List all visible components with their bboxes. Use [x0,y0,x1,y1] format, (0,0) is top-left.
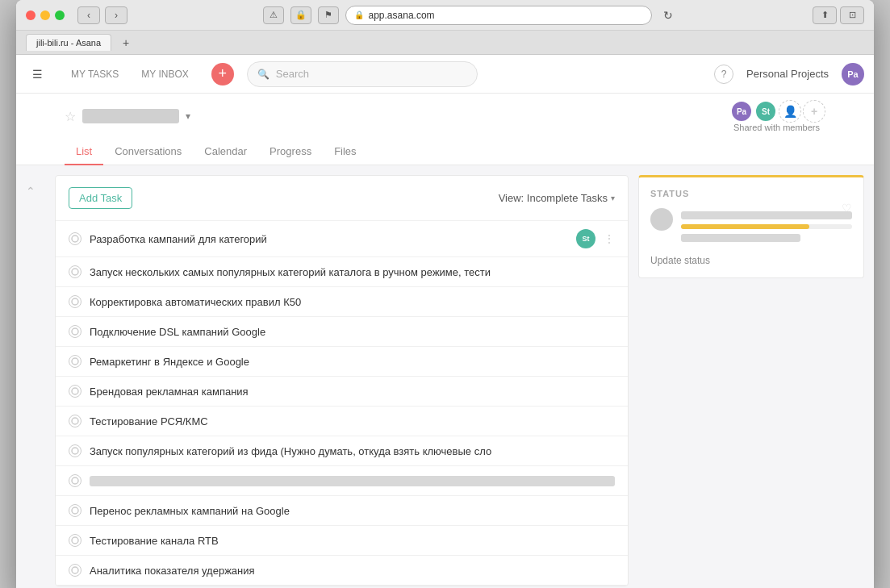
status-content: ♡ [650,208,852,247]
back-button[interactable]: ‹ [77,6,100,24]
task-row[interactable]: Перенос рекламных кампаний на Google [56,496,628,526]
task-text-blurred [90,476,615,486]
view-selector[interactable]: View: Incomplete Tasks ▾ [499,192,615,204]
nav-buttons: ‹ › [77,6,127,24]
task-text: Запуск нескольких самых популярных катег… [90,266,615,278]
app-window: ‹ › ⚠ 🔒 ⚑ 🔒 app.asana.com ↻ ⬆ ⊡ jili-bil… [16,0,874,588]
tabs-bar: List Conversations Calendar Progress Fil… [16,139,874,165]
task-checkbox[interactable] [69,474,81,487]
update-status-button[interactable]: Update status [650,255,852,266]
help-button[interactable]: ? [714,65,733,84]
task-checkbox[interactable] [69,355,81,368]
hamburger-button[interactable]: ☰ [26,63,48,85]
tab-list[interactable]: List [65,139,103,165]
tab-conversations[interactable]: Conversations [103,139,193,165]
url-bar[interactable]: 🔒 app.asana.com [345,6,652,25]
svg-point-0 [72,236,78,242]
new-tab-button[interactable]: + [118,35,134,51]
task-text: Брендовая рекламная кампания [90,386,615,398]
task-row[interactable]: Тестирование канала RTВ [56,526,628,556]
task-row[interactable]: Аналитика показателя удержания [56,556,628,586]
tab-calendar[interactable]: Calendar [193,139,258,165]
drag-handle: ⋮ [604,232,615,245]
member-avatar-st[interactable]: St [754,100,777,123]
task-checkbox[interactable] [69,325,81,338]
share-icon[interactable]: ⚠ [263,6,284,24]
svg-point-4 [72,358,78,365]
svg-point-5 [72,388,78,394]
search-bar[interactable]: 🔍 Search [247,61,478,87]
svg-point-9 [72,507,78,514]
maximize-button[interactable] [55,10,65,20]
task-text: Тестирование канала RTВ [90,535,615,547]
window-actions: ⬆ ⊡ [813,6,864,24]
star-icon[interactable]: ☆ [65,109,76,124]
task-row[interactable]: Брендовая рекламная кампания [56,377,628,407]
sidebar-toggle: ⌃ [16,165,45,588]
personal-projects-button[interactable]: Personal Projects [746,68,829,80]
task-checkbox[interactable] [69,564,81,577]
task-row[interactable]: Запуск нескольких самых популярных катег… [56,257,628,287]
task-row[interactable]: Разработка кампаний для категорий St ⋮ [56,221,628,257]
minimize-button[interactable] [40,10,50,20]
close-button[interactable] [26,10,36,20]
svg-point-10 [72,537,78,544]
status-text-line1 [681,211,852,219]
flag-icon[interactable]: ⚑ [318,6,339,24]
member-avatar-pa[interactable]: Pa [730,100,753,123]
status-card: STATUS ♡ [638,175,864,278]
task-text: Корректировка автоматических правил К50 [90,296,615,308]
lock-icon: 🔒 [354,10,364,19]
fullscreen-button[interactable]: ⊡ [840,6,864,24]
task-list: Разработка кампаний для категорий St ⋮ З… [56,221,628,586]
task-text: Перенос рекламных кампаний на Google [90,505,615,517]
forward-button[interactable]: › [105,6,127,24]
task-row[interactable]: Корректировка автоматических правил К50 [56,287,628,317]
reload-button[interactable]: ↻ [658,6,678,24]
url-bar-container: ⚠ 🔒 ⚑ 🔒 app.asana.com ↻ [127,6,813,25]
heart-icon[interactable]: ♡ [842,202,852,215]
project-title [82,109,179,123]
status-avatar [650,208,673,231]
status-text-line2 [681,234,800,242]
user-avatar[interactable]: Pa [842,63,864,85]
svg-point-3 [72,328,78,335]
invite-button[interactable]: + [803,100,825,123]
tab-files[interactable]: Files [323,139,367,165]
task-checkbox[interactable] [69,265,81,278]
tab-progress[interactable]: Progress [258,139,323,165]
members-section: Pa St 👤 + Shared with members [730,100,825,132]
task-text: Тестирование РСЯ/КМС [90,415,615,427]
task-checkbox[interactable] [69,415,81,427]
status-body: ♡ [681,208,852,247]
task-row[interactable]: Тестирование РСЯ/КМС [56,407,628,436]
header-nav: MY TASKS MY INBOX [61,65,198,83]
browser-tab-active[interactable]: jili-bili.ru - Asana [26,34,111,51]
add-member-button[interactable]: 👤 [779,100,801,123]
task-checkbox[interactable] [69,534,81,547]
task-checkbox[interactable] [69,385,81,398]
task-row[interactable]: Ремаркетинг в Яндексе и Google [56,347,628,377]
project-title-area: ☆ ▾ [65,109,190,124]
add-fab-button[interactable]: + [211,63,234,85]
task-checkbox[interactable] [69,295,81,308]
task-row[interactable]: Запуск популярных категорий из фида (Нуж… [56,436,628,466]
svg-point-6 [72,418,78,424]
task-checkbox[interactable] [69,232,81,245]
task-checkbox[interactable] [69,504,81,517]
task-assignee: St [576,229,595,248]
lock-nav-icon[interactable]: 🔒 [290,6,311,24]
collapse-sidebar-button[interactable]: ⌃ [23,181,39,201]
task-row[interactable]: Подключение DSL кампаний Google [56,317,628,347]
task-text: Ремаркетинг в Яндексе и Google [90,356,615,368]
project-dropdown-icon[interactable]: ▾ [186,111,190,122]
task-row[interactable] [56,466,628,496]
my-tasks-button[interactable]: MY TASKS [61,65,128,83]
person-icon: 👤 [783,105,797,118]
traffic-lights [26,10,65,20]
task-checkbox[interactable] [69,444,81,457]
add-task-button[interactable]: Add Task [69,187,132,209]
status-bar-container: ♡ [681,211,852,219]
share-window-button[interactable]: ⬆ [813,6,837,24]
my-inbox-button[interactable]: MY INBOX [132,65,198,83]
